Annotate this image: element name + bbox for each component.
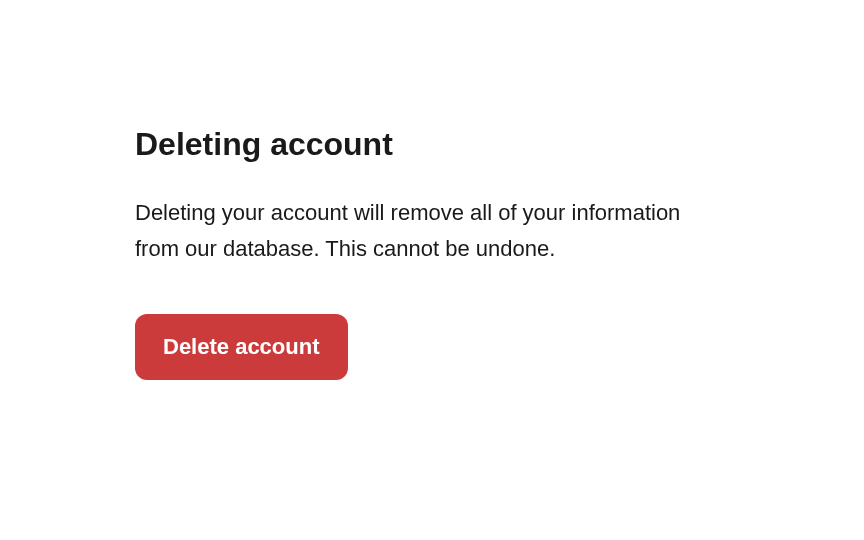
- delete-account-section: Deleting account Deleting your account w…: [135, 125, 705, 380]
- delete-account-button[interactable]: Delete account: [135, 314, 348, 380]
- section-description: Deleting your account will remove all of…: [135, 195, 705, 265]
- section-heading: Deleting account: [135, 125, 705, 163]
